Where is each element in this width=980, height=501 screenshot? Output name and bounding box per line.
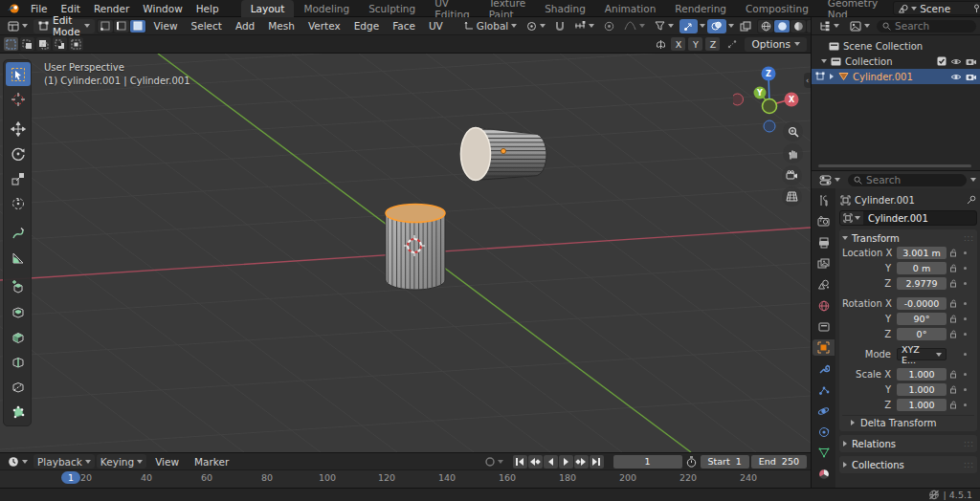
tab-scene[interactable] — [813, 276, 835, 293]
menu-view[interactable]: View — [148, 20, 184, 32]
tool-scale[interactable] — [6, 166, 31, 190]
location-x-input[interactable]: 3.001 m — [897, 247, 947, 259]
delta-transform-panel[interactable]: Delta Transform — [842, 415, 974, 429]
end-frame-field[interactable]: End250 — [751, 455, 807, 468]
animate-dot[interactable] — [964, 302, 967, 305]
mirror-x-button[interactable]: X — [671, 37, 685, 51]
play-reverse-button[interactable] — [544, 455, 558, 468]
location-z-input[interactable]: 2.9779 — [897, 277, 947, 290]
exclude-checkbox[interactable] — [937, 56, 947, 66]
tab-object-data[interactable] — [813, 445, 835, 461]
menu-uv[interactable]: UV — [423, 20, 449, 32]
toggle-xray[interactable] — [736, 19, 755, 33]
zoom-button[interactable] — [783, 121, 803, 142]
next-keyframe-button[interactable] — [574, 455, 589, 468]
tool-knife[interactable] — [6, 375, 31, 399]
wireframe-shading-button[interactable] — [758, 20, 773, 33]
cylinder-object-upright[interactable] — [386, 205, 445, 291]
tab-object[interactable] — [813, 339, 835, 356]
rotation-z-input[interactable]: 0° — [897, 328, 947, 340]
location-y-input[interactable]: 0 m — [897, 262, 947, 274]
prev-keyframe-button[interactable] — [528, 455, 543, 468]
snap-toggle[interactable] — [551, 19, 568, 33]
tab-shading[interactable]: Shading — [535, 0, 595, 17]
animate-dot[interactable] — [964, 267, 967, 270]
tool-inset-faces[interactable] — [6, 300, 31, 324]
auto-keying-record-icon[interactable] — [484, 456, 496, 468]
transform-orientation-selector[interactable]: Global — [460, 19, 522, 33]
vertex-select-button[interactable] — [98, 20, 113, 33]
camera-view-button[interactable] — [782, 165, 802, 185]
jump-to-end-button[interactable] — [590, 455, 604, 468]
expand-chevron-icon[interactable] — [821, 59, 827, 63]
marker-menu[interactable]: Marker — [188, 456, 235, 468]
chevron-down-icon[interactable] — [728, 24, 734, 28]
tool-rotate[interactable] — [6, 142, 31, 165]
tab-collection[interactable] — [813, 318, 835, 335]
current-frame-field[interactable]: 1 — [613, 455, 682, 468]
playback-menu[interactable]: Playback — [33, 454, 95, 468]
keying-menu[interactable]: Keying — [97, 454, 146, 468]
outliner-scrollbar[interactable] — [818, 164, 971, 167]
pivot-point-selector[interactable] — [523, 19, 549, 33]
chevron-down-icon[interactable] — [700, 24, 705, 28]
menu-edge[interactable]: Edge — [348, 20, 385, 32]
show-gizmo-toggle[interactable] — [679, 19, 698, 33]
tool-cursor[interactable] — [6, 87, 31, 111]
select-invert-button[interactable] — [53, 37, 67, 51]
properties-editor-selector[interactable] — [815, 173, 844, 187]
relations-panel[interactable]: Relations ::: — [839, 435, 977, 452]
tool-transform[interactable] — [6, 191, 31, 215]
lock-icon[interactable] — [947, 264, 960, 272]
lock-icon[interactable] — [947, 370, 960, 379]
perspective-toggle-button[interactable] — [782, 186, 802, 207]
pin-icon[interactable] — [967, 195, 976, 205]
outliner-search-input[interactable]: Search — [877, 20, 976, 33]
cylinder-object-rotated[interactable] — [461, 128, 547, 181]
animate-dot[interactable] — [964, 251, 967, 254]
tab-animation[interactable]: Animation — [595, 0, 666, 17]
tab-output[interactable] — [813, 234, 835, 250]
tab-compositing[interactable]: Compositing — [736, 0, 818, 17]
animate-dot[interactable] — [964, 333, 967, 336]
viewport-canvas[interactable] — [0, 54, 811, 452]
select-extend-button[interactable] — [20, 37, 34, 51]
tab-view-layer[interactable] — [813, 255, 835, 272]
blender-logo-icon[interactable] — [7, 3, 20, 14]
tab-modifiers[interactable] — [813, 360, 835, 377]
mode-selector[interactable]: Edit Mode — [33, 19, 95, 33]
tab-layout[interactable]: Layout — [241, 0, 295, 17]
animate-dot[interactable] — [964, 282, 967, 285]
viewport-3d[interactable]: User Perspective (1) Cylinder.001 | Cyli… — [0, 54, 811, 452]
rotation-y-input[interactable]: 90° — [897, 313, 947, 325]
lock-icon[interactable] — [947, 279, 960, 288]
scale-y-input[interactable]: 1.000 — [897, 383, 947, 396]
tab-tool[interactable] — [813, 192, 835, 208]
tool-poly-build[interactable] — [6, 400, 31, 424]
lock-icon[interactable] — [947, 401, 960, 409]
expand-chevron-icon[interactable] — [830, 74, 834, 79]
object-visibility-filter[interactable] — [651, 19, 678, 33]
animate-dot[interactable] — [964, 373, 967, 376]
gizmo-neg-x-ball[interactable] — [733, 94, 744, 105]
menu-file[interactable]: File — [24, 3, 55, 14]
mirror-z-button[interactable]: Z — [705, 37, 720, 51]
transform-panel-header[interactable]: Transform ::: — [842, 231, 974, 245]
view-menu[interactable]: View — [148, 456, 186, 468]
outliner-display-mode[interactable] — [815, 19, 843, 33]
editor-type-selector[interactable] — [4, 19, 32, 33]
chevron-down-icon[interactable] — [498, 460, 503, 464]
breadcrumb-object[interactable]: Cylinder.001 — [855, 195, 915, 206]
menu-help[interactable]: Help — [189, 3, 226, 14]
animate-dot[interactable] — [964, 353, 967, 356]
edge-select-button[interactable] — [114, 20, 129, 33]
gizmo-center-ball[interactable] — [763, 99, 777, 114]
face-select-button[interactable] — [130, 20, 145, 33]
tool-select-box[interactable] — [6, 62, 31, 86]
tab-particles[interactable] — [813, 381, 835, 398]
tab-texture-paint[interactable]: Texture Paint — [479, 0, 535, 17]
lock-icon[interactable] — [947, 299, 960, 308]
outliner-row-scene-collection[interactable]: Scene Collection — [812, 38, 980, 54]
timeline-editor-selector[interactable] — [4, 454, 32, 468]
lock-icon[interactable] — [947, 249, 960, 257]
